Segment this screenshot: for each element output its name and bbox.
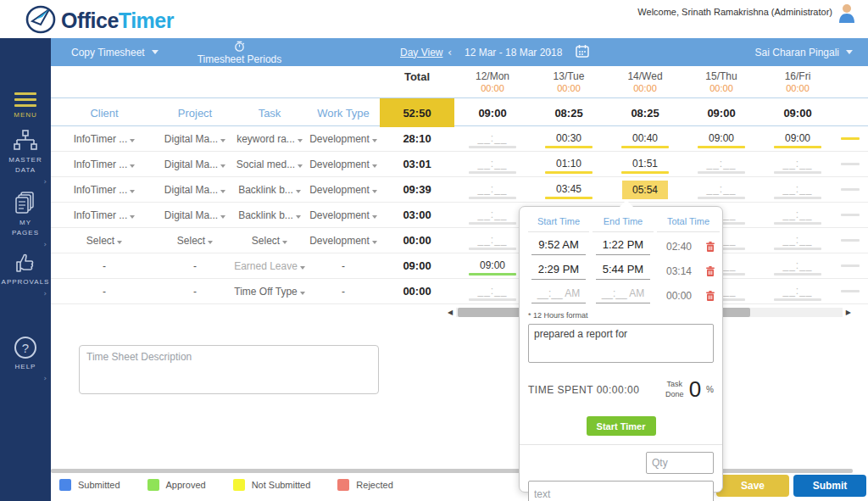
task-select[interactable]: Backlink b... [232, 184, 307, 196]
timesheet-description-input[interactable] [79, 345, 379, 394]
sidebar-item-help[interactable]: ?HELP› [0, 337, 51, 372]
sidebar-item-approvals[interactable]: APPROVALS› [0, 252, 51, 287]
legend-item-approved: Approved [147, 479, 206, 491]
task-select[interactable]: Earned Leave [232, 260, 307, 272]
delete-entry-icon[interactable] [704, 241, 716, 253]
task-select[interactable]: Select [232, 235, 307, 247]
start-time-input[interactable]: 2:29 PM [531, 263, 586, 280]
text-input[interactable] [528, 481, 714, 501]
day-header: 14/Wed00:00 [607, 70, 683, 95]
save-button[interactable]: Save [716, 475, 789, 497]
day-time-cell[interactable]: __:__ [760, 282, 836, 301]
qty-input[interactable] [646, 452, 714, 474]
copy-timesheet-button[interactable]: Copy Timesheet [71, 38, 159, 66]
scroll-right-icon[interactable]: ▶ [843, 309, 851, 316]
day-time-cell[interactable]: __:__ [760, 257, 836, 276]
start-timer-button[interactable]: Start Timer [587, 416, 656, 436]
day-time-cell[interactable]: __:__ [760, 206, 836, 225]
prev-period-button[interactable]: ‹ [448, 38, 452, 66]
day-time-cell[interactable]: 01:10 [531, 155, 607, 174]
end-time-input[interactable]: __:__ AM [596, 287, 650, 303]
start-time-input[interactable]: __:__ AM [531, 287, 586, 303]
day-time-cell[interactable]: 00:40 [607, 130, 683, 148]
client-select[interactable]: InfoTimer ... [51, 159, 158, 170]
worktype-column-header: Work Type [307, 107, 380, 120]
day-time-cell[interactable]: 09:00 [760, 130, 836, 148]
active-time-cell[interactable]: 05:54 [622, 181, 668, 199]
time-spent-value: 00:00:00 [597, 384, 640, 396]
client-select[interactable]: InfoTimer ... [51, 133, 158, 145]
client-select[interactable]: InfoTimer ... [51, 184, 158, 196]
worktype-select[interactable]: Development [307, 209, 380, 221]
client-select[interactable]: InfoTimer ... [51, 209, 158, 221]
project-select[interactable]: Digital Ma... [158, 209, 232, 221]
day-view-link[interactable]: Day View [400, 38, 442, 66]
day-time-cell[interactable]: 01:51 [607, 155, 683, 174]
worktype-select[interactable]: Development [307, 184, 380, 196]
day-time-cell[interactable]: __:__ [454, 181, 531, 199]
chevron-down-icon [220, 190, 225, 193]
day-time-cell[interactable]: 05:54 [607, 181, 683, 199]
sidebar-item-label: MYPAGES [0, 218, 51, 238]
status-underline [698, 197, 745, 199]
time-entry-row: 2:29 PM5:44 PM03:14 [528, 257, 714, 281]
day-time-cell[interactable]: 03:45 [531, 181, 607, 199]
day-time-cell[interactable]: __:__ [454, 155, 531, 174]
status-underline [774, 273, 821, 276]
officetimer-logo: OfficeTimer [24, 3, 174, 38]
worktype-select[interactable]: Development [307, 159, 380, 170]
task-select[interactable]: Time Off Type [232, 286, 307, 298]
chevron-down-icon [208, 241, 213, 244]
next-period-button[interactable]: › [548, 38, 552, 66]
day-time-cell[interactable]: __:__ [683, 181, 760, 199]
employee-selector[interactable]: Sai Charan Pingali [755, 38, 853, 66]
day-time-cell[interactable]: __:__ [454, 130, 531, 148]
calendar-icon [575, 43, 590, 61]
task-done-value[interactable]: 0 [689, 376, 701, 403]
delete-entry-icon[interactable] [704, 290, 716, 302]
worktype-select[interactable]: Development [307, 235, 380, 247]
chevron-down-icon [298, 164, 303, 168]
project-select[interactable]: Digital Ma... [158, 159, 232, 170]
legend-item-rejected: Rejected [337, 479, 392, 491]
day-time-cell[interactable]: __:__ [760, 231, 836, 250]
scroll-left-icon[interactable]: ◀ [448, 309, 456, 316]
sidebar-item-menu[interactable]: MENU [0, 89, 51, 120]
status-underline [774, 171, 821, 174]
calendar-picker-button[interactable] [575, 38, 590, 66]
day-subtotal: 00:00 [531, 83, 607, 95]
timesheet-rows: InfoTimer ...Digital Ma...keyword ra...D… [51, 126, 868, 304]
day-time-cell[interactable]: __:__ [683, 155, 760, 174]
chevron-down-icon [220, 139, 225, 142]
day-time-cell[interactable]: __:__ [760, 181, 836, 199]
project-select[interactable]: Digital Ma... [158, 133, 232, 145]
paper-plane-logo-icon [24, 3, 58, 38]
day-time-cell[interactable]: 00:30 [531, 130, 607, 148]
task-select[interactable]: keyword ra... [232, 133, 307, 145]
start-time-input[interactable]: 9:52 AM [531, 238, 586, 255]
project-column-header: Project [158, 107, 232, 120]
user-avatar-icon[interactable] [837, 3, 856, 26]
project-select[interactable]: Digital Ma... [158, 184, 232, 196]
client-select[interactable]: Select [51, 235, 158, 247]
worktype-select[interactable]: Development [307, 133, 380, 145]
day-time-cell[interactable]: 09:00 [683, 130, 760, 148]
end-time-input[interactable]: 1:22 PM [596, 238, 650, 255]
end-time-input[interactable]: 5:44 PM [596, 263, 650, 280]
task-select[interactable]: Social med... [232, 159, 307, 170]
submit-button[interactable]: Submit [793, 475, 866, 497]
chevron-right-icon: › [548, 46, 552, 58]
day-header-row: Total 12/Mon00:0013/Tue00:0014/Wed00:001… [51, 66, 868, 97]
sidebar-item-master-data[interactable]: MASTERDATA› [0, 130, 51, 175]
delete-entry-icon[interactable] [704, 265, 716, 277]
project-select[interactable]: Select [158, 235, 232, 247]
task-select[interactable]: Backlink b... [232, 209, 307, 221]
day-time-cell[interactable]: __:__ [760, 155, 836, 174]
sidebar-item-my-pages[interactable]: MYPAGES› [0, 191, 51, 238]
task-description-input[interactable] [528, 324, 714, 363]
timesheet-periods-button[interactable]: Timesheet Periods [182, 39, 297, 65]
status-underline [698, 171, 745, 174]
bottom-scrollbar[interactable] [51, 469, 853, 473]
sidebar-item-label: MASTERDATA [0, 155, 51, 175]
chevron-down-icon [130, 139, 135, 142]
